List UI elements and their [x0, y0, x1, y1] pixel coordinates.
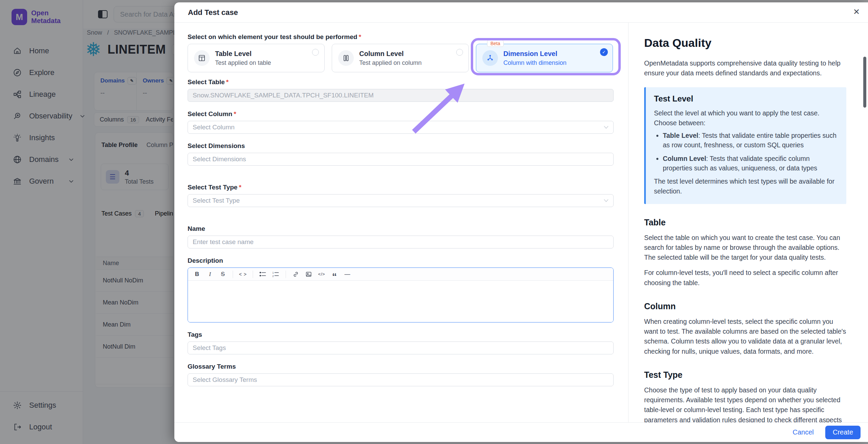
- docs-paragraph: Select the level at which you want to ap…: [654, 108, 838, 128]
- bullet-list-icon[interactable]: [257, 270, 269, 279]
- tags-field: Tags Select Tags: [188, 331, 614, 354]
- docs-paragraph: Select the table on which you want to cr…: [644, 233, 846, 263]
- app-root: M OpenMetadata Home Explore Lineage: [0, 0, 868, 444]
- italic-icon[interactable]: I: [204, 270, 216, 279]
- card-title: Dimension Level: [503, 50, 566, 58]
- select-dimensions-input[interactable]: Select Dimensions: [188, 153, 614, 166]
- element-select-label: Select on which element your test should…: [188, 33, 614, 41]
- card-title: Table Level: [215, 50, 271, 58]
- chevron-down-icon: [604, 126, 609, 129]
- radio-unselected-icon[interactable]: [312, 49, 319, 56]
- code-block-icon[interactable]: </>: [316, 270, 327, 279]
- image-icon[interactable]: [303, 270, 314, 279]
- select-table-input: Snow.SNOWFLAKE_SAMPLE_DATA.TPCH_SF100.LI…: [188, 89, 614, 102]
- select-table-field: Select Table* Snow.SNOWFLAKE_SAMPLE_DATA…: [188, 78, 614, 102]
- link-icon[interactable]: [290, 270, 302, 279]
- docs-paragraph: When creating column-level tests, select…: [644, 317, 846, 356]
- card-title: Column Level: [359, 50, 422, 58]
- docs-bullet: Table Level: Tests that validate entire …: [663, 131, 838, 150]
- card-subtitle: Column with dimension: [503, 59, 566, 67]
- dimension-icon: [482, 50, 498, 66]
- name-input[interactable]: Enter test case name: [188, 236, 614, 248]
- select-test-type-dropdown[interactable]: Select Test Type: [188, 194, 614, 207]
- modal-footer: Cancel Create: [174, 422, 868, 442]
- card-table-level[interactable]: Table Level Test applied on table: [188, 44, 325, 72]
- card-subtitle: Test applied on column: [359, 59, 422, 67]
- select-dimensions-field: Select Dimensions Select Dimensions: [188, 142, 614, 166]
- selected-check-icon: ✓: [600, 48, 608, 56]
- test-case-form: Select on which element your test should…: [188, 23, 614, 394]
- select-test-type-field: Select Test Type* Select Test Type: [188, 183, 614, 207]
- close-icon[interactable]: ✕: [853, 8, 860, 16]
- test-level-bullets: Table Level: Tests that validate entire …: [654, 131, 838, 173]
- chevron-down-icon: [604, 199, 609, 202]
- name-field: Name Enter test case name: [188, 225, 614, 248]
- glossary-terms-input[interactable]: Select Glossary Terms: [188, 373, 614, 386]
- docs-paragraph: For column-level tests, you'll need to s…: [644, 268, 846, 288]
- create-button[interactable]: Create: [825, 426, 861, 439]
- tags-input[interactable]: Select Tags: [188, 341, 614, 354]
- bold-icon[interactable]: B: [191, 270, 203, 279]
- quote-icon[interactable]: “: [329, 270, 340, 279]
- select-column-field: Select Column* Select Column: [188, 110, 614, 134]
- docs-panel: Data Quality OpenMetadata supports compr…: [628, 23, 868, 422]
- docs-scrollbar[interactable]: [863, 57, 866, 108]
- inline-code-icon[interactable]: < >: [237, 270, 249, 279]
- docs-heading-table: Table: [644, 218, 846, 227]
- select-column-dropdown[interactable]: Select Column: [188, 121, 614, 134]
- editor-toolbar: B I S < > 12 </> “: [188, 268, 613, 281]
- card-column-level[interactable]: Column Level Test applied on column: [332, 44, 469, 72]
- numbered-list-icon[interactable]: 12: [270, 270, 282, 279]
- docs-heading-test-type: Test Type: [644, 370, 846, 380]
- modal-header: Add Test case ✕: [174, 2, 868, 23]
- card-subtitle: Test applied on table: [215, 59, 271, 67]
- card-dimension-level[interactable]: Beta Dimension Level Column with dimensi…: [476, 44, 613, 72]
- docs-heading-test-level: Test Level: [654, 94, 838, 104]
- docs-intro: OpenMetadata supports comprehensive data…: [644, 58, 846, 78]
- table-icon: [194, 50, 210, 66]
- columns-icon: [338, 50, 354, 66]
- test-level-cards: Table Level Test applied on table Column…: [188, 44, 614, 72]
- add-test-case-modal: Add Test case ✕ Select on which element …: [174, 2, 868, 442]
- modal-body: Select on which element your test should…: [174, 23, 868, 422]
- horizontal-rule-icon[interactable]: —: [342, 270, 353, 279]
- beta-badge: Beta: [487, 40, 504, 47]
- docs-bullet: Column Level: Tests that validate specif…: [663, 154, 838, 173]
- test-level-infobox: Test Level Select the level at which you…: [644, 87, 846, 204]
- description-editor[interactable]: B I S < > 12 </> “: [188, 267, 614, 322]
- docs-paragraph: Choose the type of test to apply based o…: [644, 385, 846, 422]
- description-textarea[interactable]: [188, 281, 613, 322]
- description-field: Description B I S < > 12: [188, 257, 614, 322]
- radio-unselected-icon[interactable]: [456, 49, 463, 56]
- docs-title: Data Quality: [644, 36, 846, 50]
- docs-heading-column: Column: [644, 301, 846, 311]
- docs-paragraph: The test level determines which test typ…: [654, 177, 838, 197]
- glossary-terms-field: Glossary Terms Select Glossary Terms: [188, 363, 614, 386]
- svg-text:2: 2: [272, 275, 274, 277]
- cancel-button[interactable]: Cancel: [793, 428, 814, 436]
- modal-title: Add Test case: [188, 8, 238, 17]
- svg-text:1: 1: [272, 272, 274, 274]
- strikethrough-icon[interactable]: S: [217, 270, 229, 279]
